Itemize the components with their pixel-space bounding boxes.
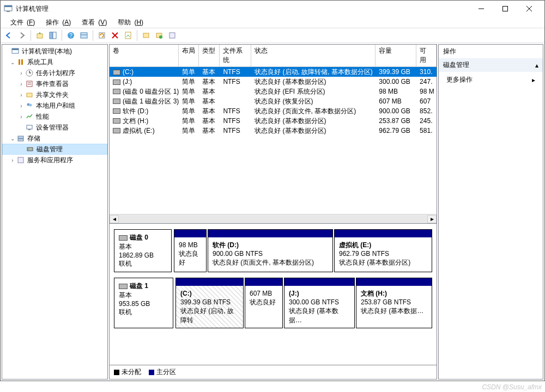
disk-block[interactable]: 磁盘 0基本1862.89 GB联机98 MB状态良好软件 (D:)900.00…: [114, 229, 432, 272]
disk-info[interactable]: 磁盘 0基本1862.89 GB联机: [114, 229, 172, 272]
back-button[interactable]: [3, 29, 15, 41]
tree-storage[interactable]: ⌄存储: [2, 133, 107, 144]
menu-action[interactable]: 操作(A): [39, 17, 74, 28]
volume-row[interactable]: 文档 (H:)简单基本NTFS状态良好 (基本数据分区)253.87 GB245…: [110, 116, 437, 126]
svg-text:?: ?: [69, 33, 72, 39]
partition[interactable]: 607 MB状态良好: [245, 278, 283, 328]
window-title: 计算机管理: [16, 4, 469, 14]
menu-file[interactable]: 文件(F): [4, 17, 38, 28]
scroll-track[interactable]: [119, 215, 427, 223]
disk-info[interactable]: 磁盘 1基本953.85 GB联机: [114, 278, 173, 328]
svg-rect-1: [4, 5, 12, 7]
refresh-button[interactable]: [96, 29, 108, 41]
col-volume[interactable]: 卷: [110, 45, 179, 66]
volume-row[interactable]: 软件 (D:)简单基本NTFS状态良好 (页面文件, 基本数据分区)900.00…: [110, 106, 437, 116]
partition[interactable]: 文档 (H:)253.87 GB NTFS状态良好 (基本数据…: [356, 278, 432, 328]
show-hide-tree-button[interactable]: [47, 29, 59, 41]
partition[interactable]: (C:)399.39 GB NTFS状态良好 (启动, 故障转: [175, 278, 244, 328]
svg-rect-35: [27, 125, 32, 129]
col-status[interactable]: 状态: [251, 45, 376, 66]
volume-row[interactable]: (C:)简单基本NTFS状态良好 (启动, 故障转储, 基本数据分区)399.3…: [110, 67, 437, 77]
volume-row[interactable]: 虚拟机 (E:)简单基本NTFS状态良好 (基本数据分区)962.79 GB58…: [110, 126, 437, 136]
svg-rect-23: [12, 48, 19, 50]
col-fs[interactable]: 文件系统: [220, 45, 251, 66]
svg-point-40: [28, 149, 29, 150]
svg-rect-38: [18, 139, 23, 141]
properties-button[interactable]: [122, 29, 134, 41]
window-frame: 计算机管理 文件(F) 操作(A) 查看(V) 帮助(H) ? 计算机管理(本: [0, 0, 545, 381]
svg-rect-36: [28, 129, 31, 130]
svg-rect-9: [53, 32, 56, 39]
maximize-button[interactable]: [493, 1, 517, 17]
svg-rect-12: [81, 33, 87, 38]
chevron-right-icon: ▸: [532, 76, 535, 84]
svg-rect-41: [18, 157, 23, 163]
tree-system-tools[interactable]: ⌄系统工具: [2, 57, 107, 68]
tree-services[interactable]: ›服务和应用程序: [2, 155, 107, 166]
legend-primary: 主分区: [149, 367, 176, 377]
actions-more[interactable]: 更多操作▸: [439, 72, 543, 88]
col-capacity[interactable]: 容量: [376, 45, 416, 66]
svg-rect-18: [143, 33, 149, 38]
minimize-button[interactable]: [469, 1, 493, 17]
tree-performance[interactable]: ›性能: [2, 111, 107, 122]
col-layout[interactable]: 布局: [179, 45, 199, 66]
partition[interactable]: 软件 (D:)900.00 GB NTFS状态良好 (页面文件, 基本数据分区): [208, 229, 333, 272]
volume-list[interactable]: (C:)简单基本NTFS状态良好 (启动, 故障转储, 基本数据分区)399.3…: [110, 67, 437, 214]
toolbar: ?: [1, 28, 544, 43]
svg-rect-4: [503, 7, 508, 11]
menu-view[interactable]: 查看(V): [75, 17, 110, 28]
navigation-tree[interactable]: 计算机管理(本地) ⌄系统工具 ›任务计划程序 ›事件查看器 ›共享文件夹 ›本…: [2, 44, 108, 379]
partition[interactable]: 98 MB状态良好: [174, 229, 207, 272]
horizontal-scrollbar[interactable]: ◂ ▸: [110, 214, 437, 223]
tree-task-scheduler[interactable]: ›任务计划程序: [2, 68, 107, 78]
svg-rect-25: [21, 59, 23, 65]
svg-rect-21: [169, 33, 175, 38]
titlebar[interactable]: 计算机管理: [1, 1, 544, 17]
delete-button[interactable]: [109, 29, 121, 41]
svg-point-34: [29, 104, 32, 107]
close-button[interactable]: [517, 1, 541, 17]
svg-rect-2: [7, 11, 10, 12]
forward-button[interactable]: [16, 29, 28, 41]
partition[interactable]: (J:)300.00 GB NTFS状态良好 (基本数据…: [284, 278, 355, 328]
volume-row[interactable]: (磁盘 1 磁盘分区 3)简单基本状态良好 (恢复分区)607 MB607: [110, 96, 437, 106]
tree-disk-management[interactable]: 磁盘管理: [2, 144, 107, 155]
actions-section-diskmgmt[interactable]: 磁盘管理▴: [439, 58, 543, 72]
menu-help[interactable]: 帮助(H): [111, 17, 147, 28]
up-button[interactable]: [34, 29, 46, 41]
scroll-right-button[interactable]: ▸: [427, 215, 437, 223]
tree-device-manager[interactable]: 设备管理器: [2, 122, 107, 133]
disk-graphic-area[interactable]: 磁盘 0基本1862.89 GB联机98 MB状态良好软件 (D:)900.00…: [110, 223, 437, 365]
tree-root[interactable]: 计算机管理(本地): [2, 46, 107, 57]
scroll-left-button[interactable]: ◂: [110, 215, 119, 223]
volume-list-header[interactable]: 卷 布局 类型 文件系统 状态 容量 可用: [110, 45, 437, 67]
help-button[interactable]: ?: [65, 29, 77, 41]
svg-rect-24: [19, 59, 20, 65]
svg-rect-7: [37, 34, 43, 38]
svg-rect-8: [50, 32, 52, 39]
col-free[interactable]: 可用: [416, 45, 437, 66]
svg-point-20: [159, 35, 162, 39]
action1-button[interactable]: [140, 29, 152, 41]
partition[interactable]: 虚拟机 (E:)962.79 GB NTFS状态良好 (基本数据分区): [334, 229, 432, 272]
svg-rect-37: [18, 136, 23, 138]
action3-button[interactable]: [166, 29, 178, 41]
legend-unalloc: 未分配: [114, 367, 141, 377]
menubar: 文件(F) 操作(A) 查看(V) 帮助(H): [1, 17, 544, 28]
legend: 未分配 主分区: [110, 365, 437, 379]
collapse-icon: ▴: [535, 62, 538, 69]
col-type[interactable]: 类型: [199, 45, 220, 66]
tree-shared-folders[interactable]: ›共享文件夹: [2, 89, 107, 100]
tree-event-viewer[interactable]: ›事件查看器: [2, 78, 107, 89]
action2-button[interactable]: [153, 29, 165, 41]
watermark: CSDN @Susu_afmx: [482, 383, 542, 391]
main-pane: 卷 布局 类型 文件系统 状态 容量 可用 (C:)简单基本NTFS状态良好 (…: [109, 44, 437, 379]
svg-rect-32: [27, 93, 32, 97]
disk-block[interactable]: 磁盘 1基本953.85 GB联机(C:)399.39 GB NTFS状态良好 …: [114, 278, 432, 328]
actions-header: 操作: [439, 45, 543, 58]
view-button[interactable]: [78, 29, 90, 41]
volume-row[interactable]: (磁盘 0 磁盘分区 1)简单基本状态良好 (EFI 系统分区)98 MB98 …: [110, 87, 437, 96]
volume-row[interactable]: (J:)简单基本NTFS状态良好 (基本数据分区)300.00 GB247.: [110, 77, 437, 87]
tree-local-users[interactable]: ›本地用户和组: [2, 100, 107, 111]
